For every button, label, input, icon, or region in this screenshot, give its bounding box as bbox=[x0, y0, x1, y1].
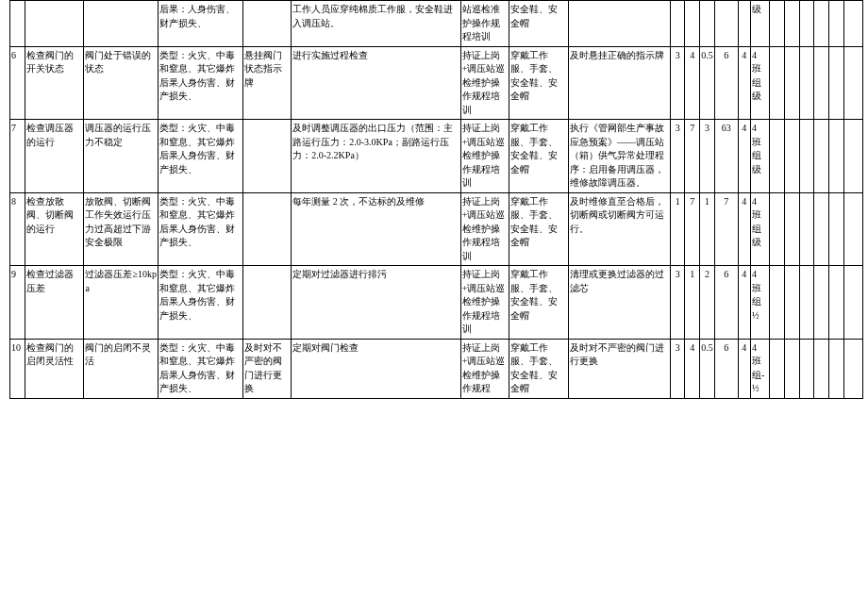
col-extra-2 bbox=[784, 1, 799, 47]
col-extra-3 bbox=[799, 1, 814, 47]
table-row: 6检查阀门的开关状态阀门处于错误的状态类型：火灾、中毒和窒息、其它爆炸后果人身伤… bbox=[10, 46, 863, 120]
table-row: 7检查调压器的运行调压器的运行压力不稳定类型：火灾、中毒和窒息、其它爆炸后果人身… bbox=[10, 120, 863, 193]
col-activity: 检查阀门的开关状态 bbox=[25, 46, 84, 120]
col-num-c: 2 bbox=[700, 266, 715, 340]
col-index: 7 bbox=[10, 120, 25, 193]
col-deviation: 放散阀、切断阀工作失效运行压力过高超过下游安全极限 bbox=[84, 192, 159, 266]
col-ppe: 穿戴工作服、手套、安全鞋、安全帽 bbox=[509, 46, 569, 120]
col-num-d: 6 bbox=[714, 46, 738, 120]
col-level: 4 班组级 bbox=[750, 192, 769, 266]
col-num-c: 0.5 bbox=[700, 339, 715, 398]
col-num-b: 1 bbox=[685, 266, 700, 340]
col-extra-3 bbox=[799, 120, 814, 193]
col-extra-4 bbox=[814, 46, 829, 120]
col-num-c: 3 bbox=[700, 120, 715, 193]
col-training: 持证上岗+调压站巡检维护操作规程培训 bbox=[460, 192, 509, 266]
col-num-b: 4 bbox=[685, 339, 700, 398]
col-deviation: 调压器的运行压力不稳定 bbox=[84, 120, 159, 193]
col-activity: 检查调压器的运行 bbox=[25, 120, 84, 193]
col-extra-3 bbox=[799, 192, 814, 266]
col-activity: 检查放散阀、切断阀的运行 bbox=[25, 192, 84, 266]
col-level: 级 bbox=[750, 1, 769, 47]
col-index: 9 bbox=[10, 266, 25, 340]
risk-table: 后果：人身伤害、财产损失、工作人员应穿纯棉质工作服，安全鞋进入调压站。站巡检准护… bbox=[9, 0, 863, 399]
col-extra-4 bbox=[814, 266, 829, 340]
col-emergency: 及时对不严密的阀门进行更换 bbox=[569, 339, 671, 398]
col-extra-5 bbox=[828, 266, 843, 340]
table-row: 10检查阀门的启闭灵活性阀门的启闭不灵活类型：火灾、中毒和窒息、其它爆炸后果人身… bbox=[10, 339, 863, 398]
col-extra-2 bbox=[784, 120, 799, 193]
col-ppe: 安全鞋、安全帽 bbox=[509, 1, 569, 47]
col-measure: 定期对阀门检查 bbox=[292, 339, 460, 398]
col-indicator bbox=[242, 266, 292, 340]
col-deviation bbox=[84, 1, 159, 47]
col-deviation: 阀门处于错误的状态 bbox=[84, 46, 159, 120]
col-emergency bbox=[569, 1, 671, 47]
col-extra-2 bbox=[784, 266, 799, 340]
col-extra-5 bbox=[828, 339, 843, 398]
col-indicator: 悬挂阀门状态指示牌 bbox=[242, 46, 292, 120]
col-indicator: 及时对不严密的阀门进行更换 bbox=[242, 339, 292, 398]
col-training: 站巡检准护操作规程培训 bbox=[460, 1, 509, 47]
table-row: 9检查过滤器压差过滤器压差≥10kpa类型：火灾、中毒和窒息、其它爆炸后果人身伤… bbox=[10, 266, 863, 340]
col-num-c bbox=[700, 1, 715, 47]
col-num-c: 0.5 bbox=[700, 46, 715, 120]
col-extra-6 bbox=[843, 192, 862, 266]
col-type-consequence: 类型：火灾、中毒和窒息、其它爆炸后果人身伤害、财产损失、 bbox=[158, 46, 242, 120]
col-num-e: 4 bbox=[738, 266, 750, 340]
col-extra-1 bbox=[770, 339, 785, 398]
col-training: 持证上岗+调压站巡检维护操作规程培训 bbox=[460, 46, 509, 120]
col-num-d: 63 bbox=[714, 120, 738, 193]
col-num-e: 4 bbox=[738, 339, 750, 398]
col-activity: 检查过滤器压差 bbox=[25, 266, 84, 340]
col-num-e bbox=[738, 1, 750, 47]
col-ppe: 穿戴工作服、手套、安全鞋、安全帽 bbox=[509, 266, 569, 340]
col-extra-2 bbox=[784, 46, 799, 120]
col-measure: 及时调整调压器的出口压力（范围：主路运行压力：2.0-3.0KPa；副路运行压力… bbox=[292, 120, 460, 193]
col-extra-5 bbox=[828, 46, 843, 120]
col-type-consequence: 类型：火灾、中毒和窒息、其它爆炸后果人身伤害、财产损失、 bbox=[158, 339, 242, 398]
col-activity bbox=[25, 1, 84, 47]
col-ppe: 穿戴工作服、手套、安全鞋、安全帽 bbox=[509, 339, 569, 398]
col-training: 持证上岗+调压站巡检维护操作规程培训 bbox=[460, 120, 509, 193]
col-indicator bbox=[242, 120, 292, 193]
col-extra-4 bbox=[814, 192, 829, 266]
col-extra-1 bbox=[770, 192, 785, 266]
page: 后果：人身伤害、财产损失、工作人员应穿纯棉质工作服，安全鞋进入调压站。站巡检准护… bbox=[0, 0, 868, 614]
col-extra-5 bbox=[828, 120, 843, 193]
col-indicator bbox=[242, 1, 292, 47]
col-type-consequence: 类型：火灾、中毒和窒息、其它爆炸后果人身伤害、财产损失、 bbox=[158, 120, 242, 193]
col-extra-1 bbox=[770, 46, 785, 120]
col-num-a: 3 bbox=[670, 120, 685, 193]
col-extra-6 bbox=[843, 266, 862, 340]
col-num-e: 4 bbox=[738, 120, 750, 193]
col-level: 4 班组级 bbox=[750, 120, 769, 193]
col-extra-2 bbox=[784, 339, 799, 398]
col-type-consequence: 后果：人身伤害、财产损失、 bbox=[158, 1, 242, 47]
col-num-b bbox=[685, 1, 700, 47]
col-extra-3 bbox=[799, 46, 814, 120]
col-num-d bbox=[714, 1, 738, 47]
col-extra-2 bbox=[784, 192, 799, 266]
table-row: 8检查放散阀、切断阀的运行放散阀、切断阀工作失效运行压力过高超过下游安全极限类型… bbox=[10, 192, 863, 266]
col-level: 4 班组-½ bbox=[750, 339, 769, 398]
col-extra-1 bbox=[770, 120, 785, 193]
col-num-a: 3 bbox=[670, 339, 685, 398]
col-extra-6 bbox=[843, 339, 862, 398]
col-num-d: 6 bbox=[714, 339, 738, 398]
col-emergency: 及时悬挂正确的指示牌 bbox=[569, 46, 671, 120]
col-indicator bbox=[242, 192, 292, 266]
col-index bbox=[10, 1, 25, 47]
col-index: 6 bbox=[10, 46, 25, 120]
col-training: 持证上岗+调压站巡检维护操作规程培训 bbox=[460, 266, 509, 340]
col-num-e: 4 bbox=[738, 192, 750, 266]
col-num-b: 4 bbox=[685, 46, 700, 120]
col-extra-6 bbox=[843, 46, 862, 120]
col-extra-1 bbox=[770, 266, 785, 340]
col-ppe: 穿戴工作服、手套、安全鞋、安全帽 bbox=[509, 192, 569, 266]
col-activity: 检查阀门的启闭灵活性 bbox=[25, 339, 84, 398]
col-type-consequence: 类型：火灾、中毒和窒息、其它爆炸后果人身伤害、财产损失、 bbox=[158, 192, 242, 266]
col-deviation: 阀门的启闭不灵活 bbox=[84, 339, 159, 398]
col-training: 持证上岗+调压站巡检维护操作规程 bbox=[460, 339, 509, 398]
col-extra-4 bbox=[814, 120, 829, 193]
